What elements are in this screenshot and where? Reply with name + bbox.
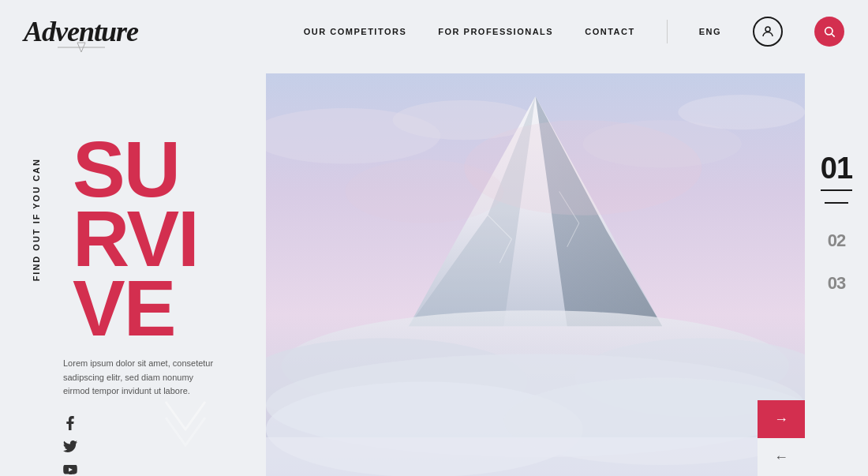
- next-slide-button[interactable]: →: [758, 400, 805, 438]
- youtube-icon[interactable]: [63, 463, 77, 476]
- svg-point-2: [765, 27, 770, 32]
- hero-title-wrapper: Find out if you can SU RVI VE: [32, 142, 241, 343]
- twitter-icon[interactable]: [63, 440, 77, 454]
- svg-point-3: [825, 28, 832, 35]
- logo[interactable]: Adventure: [24, 17, 138, 46]
- slide-indicators: 01 02 03: [805, 0, 868, 476]
- search-button[interactable]: [814, 17, 844, 47]
- slide-indicator-3[interactable]: 03: [828, 273, 845, 294]
- main-nav: OUR COMPETITORS FOR PROFESSIONALS CONTAC…: [304, 17, 844, 47]
- scroll-down-arrow[interactable]: [158, 394, 213, 452]
- title-line-3: VE: [73, 273, 198, 343]
- svg-rect-19: [266, 437, 805, 476]
- facebook-icon[interactable]: [63, 416, 77, 430]
- social-links: [63, 416, 241, 476]
- slide-indicator-2[interactable]: 02: [828, 231, 845, 251]
- user-icon[interactable]: [753, 17, 783, 47]
- nav-competitors[interactable]: OUR COMPETITORS: [304, 27, 406, 36]
- nav-professionals[interactable]: FOR PROFESSIONALS: [438, 27, 553, 36]
- left-panel: Find out if you can SU RVI VE Lorem ipsu…: [0, 71, 264, 476]
- svg-point-21: [345, 159, 503, 223]
- svg-point-9: [678, 95, 805, 129]
- language-selector[interactable]: ENG: [699, 27, 721, 36]
- header: Adventure OUR COMPETITORS FOR PROFESSION…: [0, 0, 868, 63]
- slide-indicator-1[interactable]: 01: [821, 152, 852, 191]
- logo-decoration: [58, 39, 105, 55]
- svg-line-4: [832, 34, 835, 37]
- nav-contact[interactable]: CONTACT: [585, 27, 634, 36]
- nav-divider: [667, 20, 668, 43]
- hero-description: Lorem ipsum dolor sit amet, consetetur s…: [63, 357, 221, 399]
- prev-slide-button[interactable]: ←: [758, 438, 805, 476]
- hero-image: [266, 73, 805, 476]
- title-line-1: SU: [73, 134, 198, 204]
- vertical-tagline: Find out if you can: [32, 158, 41, 281]
- title-line-2: RVI: [73, 204, 198, 273]
- mountain-illustration: [266, 73, 805, 476]
- hero-big-title: SU RVI VE: [73, 134, 198, 343]
- slide-nav-arrows: → ←: [758, 400, 805, 476]
